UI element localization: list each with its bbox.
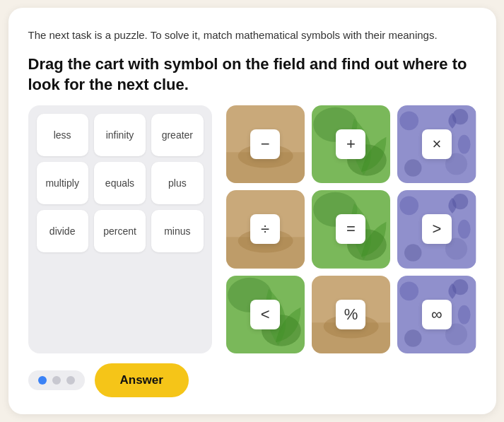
symbol-badge-less-sym: < — [250, 300, 280, 329]
svg-point-10 — [404, 159, 421, 176]
word-cell-equals[interactable]: equals — [94, 162, 146, 204]
footer: Answer — [28, 363, 476, 397]
svg-point-23 — [458, 220, 471, 239]
word-grid-container: lessinfinitygreatermultiplyequalsplusdiv… — [28, 105, 212, 353]
symbol-card-plus-sym[interactable]: + — [312, 105, 390, 183]
svg-point-11 — [458, 135, 471, 154]
word-grid: lessinfinitygreatermultiplyequalsplusdiv… — [37, 114, 204, 252]
symbol-card-divide-sym[interactable]: ÷ — [226, 190, 305, 268]
progress-dots — [28, 370, 85, 390]
svg-point-7 — [399, 111, 418, 130]
word-cell-less[interactable]: less — [37, 114, 88, 156]
symbol-card-less-sym[interactable]: < — [226, 276, 305, 353]
svg-point-31 — [399, 281, 418, 300]
word-cell-multiply[interactable]: multiply — [37, 162, 88, 204]
word-cell-greater[interactable]: greater — [151, 114, 203, 156]
dot-3 — [66, 376, 75, 385]
main-card: The next task is a puzzle. To solve it, … — [8, 8, 496, 414]
symbol-badge-equals-sym: = — [336, 214, 365, 244]
instruction-text: Drag the cart with symbol on the field a… — [28, 54, 476, 95]
symbol-badge-greater-sym: > — [422, 214, 452, 244]
svg-point-35 — [458, 305, 471, 324]
dot-2 — [52, 376, 61, 385]
symbol-grid: − + × ÷ = > < — [226, 105, 476, 353]
intro-text: The next task is a puzzle. To solve it, … — [28, 28, 476, 44]
symbol-badge-divide-sym: ÷ — [250, 214, 280, 244]
symbol-card-percent-sym[interactable]: % — [312, 276, 390, 353]
symbol-card-minus-sym[interactable]: − — [226, 105, 305, 183]
symbol-badge-plus-sym: + — [336, 129, 365, 159]
symbol-badge-infinity-sym: ∞ — [422, 300, 452, 329]
content-area: lessinfinitygreatermultiplyequalsplusdiv… — [28, 105, 476, 353]
answer-button[interactable]: Answer — [95, 363, 189, 397]
word-cell-plus[interactable]: plus — [151, 162, 203, 204]
svg-point-34 — [404, 329, 421, 346]
symbol-badge-multiply-sym: × — [422, 129, 452, 159]
word-cell-divide[interactable]: divide — [37, 210, 88, 252]
dot-1 — [38, 376, 47, 385]
word-cell-infinity[interactable]: infinity — [94, 114, 146, 156]
symbol-badge-minus-sym: − — [250, 129, 280, 159]
symbol-card-infinity-sym[interactable]: ∞ — [397, 276, 476, 353]
symbol-card-equals-sym[interactable]: = — [312, 190, 390, 268]
svg-point-19 — [399, 197, 418, 216]
symbol-card-greater-sym[interactable]: > — [397, 190, 476, 268]
symbol-badge-percent-sym: % — [336, 300, 365, 329]
symbol-card-multiply-sym[interactable]: × — [397, 105, 476, 183]
svg-point-22 — [404, 245, 421, 262]
word-cell-minus[interactable]: minus — [151, 210, 203, 252]
word-cell-percent[interactable]: percent — [94, 210, 146, 252]
